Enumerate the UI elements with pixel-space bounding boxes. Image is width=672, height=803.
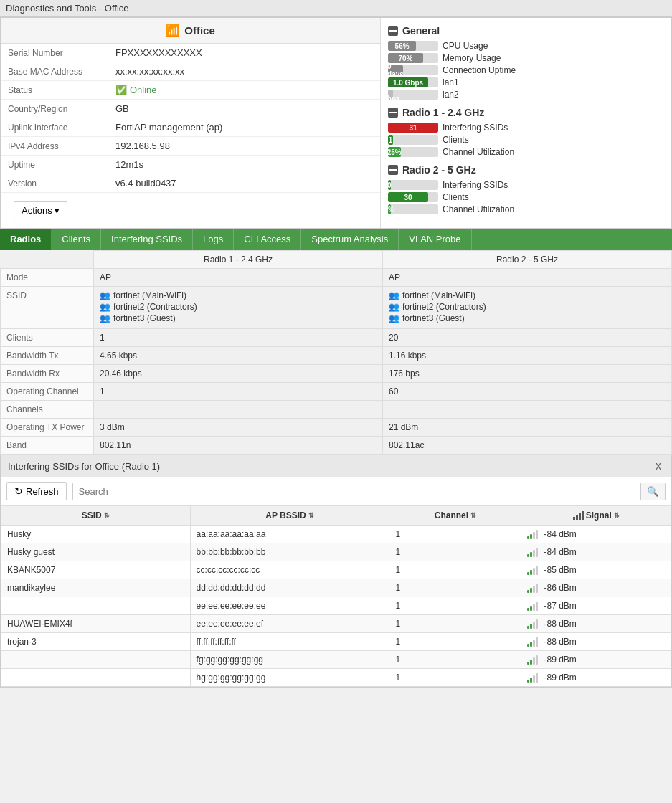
ssid-icon: 👥 bbox=[100, 302, 110, 312]
signal-value: -87 dBm bbox=[544, 601, 576, 611]
serial-value: FPXXXXXXXXXXXX bbox=[108, 44, 380, 62]
stat-bar-container: 56% bbox=[388, 41, 438, 51]
tab-logs[interactable]: Logs bbox=[193, 229, 234, 250]
bar2 bbox=[530, 606, 532, 611]
ssid-cell: mandikaylee bbox=[1, 579, 191, 597]
channel-cell: 1 bbox=[389, 526, 521, 543]
status-value: ✅ Online bbox=[108, 81, 380, 100]
tab-radios[interactable]: Radios bbox=[0, 229, 52, 250]
stat-row: 70% Memory Usage bbox=[388, 53, 664, 63]
bar3 bbox=[533, 568, 535, 575]
stat-bar: 56% bbox=[388, 41, 416, 51]
refresh-icon: ↻ bbox=[14, 485, 23, 497]
tab-cli[interactable]: CLI Access bbox=[234, 229, 301, 250]
row-val-2: 20 bbox=[383, 329, 672, 347]
signal-bars bbox=[527, 637, 538, 647]
stat-label: Clients bbox=[443, 192, 469, 202]
list-item: hg:gg:gg:gg:gg:gg1 -89 dBm bbox=[1, 669, 671, 687]
row-val-2: 802.11ac bbox=[383, 437, 672, 455]
refresh-button[interactable]: ↻ Refresh bbox=[6, 482, 67, 500]
stat-label: Memory Usage bbox=[443, 53, 501, 63]
ssid-icon: 👥 bbox=[389, 313, 399, 323]
table-row: Operating Channel160 bbox=[1, 383, 672, 401]
signal-cell: -84 dBm bbox=[521, 526, 671, 543]
title-bar: Diagnostics and Tools - Office bbox=[0, 0, 672, 17]
signal-bars bbox=[527, 583, 538, 593]
bar3 bbox=[533, 640, 535, 647]
tab-vlan[interactable]: VLAN Probe bbox=[399, 229, 471, 250]
signal-sort-icon[interactable]: ⇅ bbox=[614, 512, 620, 519]
table-row: ModeAPAP bbox=[1, 269, 672, 287]
bssid-cell: ee:ee:ee:ee:ee:ee bbox=[190, 597, 389, 615]
tab-spectrum[interactable]: Spectrum Analysis bbox=[301, 229, 399, 250]
list-item: Husky guestbb:bb:bb:bb:bb:bb1 -84 dBm bbox=[1, 543, 671, 561]
bssid-cell: cc:cc:cc:cc:cc:cc bbox=[190, 561, 389, 579]
ssid-name: fortinet (Main-WiFi) bbox=[402, 290, 475, 300]
ssid-item: 👥fortinet (Main-WiFi) bbox=[100, 290, 377, 300]
list-item: trojan-3ff:ff:ff:ff:ff:ff1 -88 dBm bbox=[1, 633, 671, 651]
ssid-icon: 👥 bbox=[100, 290, 110, 300]
right-panel: General 56% CPU Usage 70% Memory Usage 0… bbox=[381, 18, 671, 228]
row-val-1: 1 bbox=[94, 329, 383, 347]
bar2 bbox=[530, 624, 532, 629]
row-val-2: 176 bps bbox=[383, 365, 672, 383]
bssid-cell: ff:ff:ff:ff:ff:ff bbox=[190, 633, 389, 651]
signal-value: -84 dBm bbox=[544, 529, 576, 539]
collapse-radio2-icon[interactable] bbox=[388, 165, 398, 175]
radio2-title-text: Radio 2 - 5 GHz bbox=[402, 164, 476, 176]
stat-bar-container: 25% bbox=[388, 147, 438, 157]
stat-row: 1 Clients bbox=[388, 135, 664, 145]
interfering-toolbar: ↻ Refresh 🔍 bbox=[1, 477, 671, 505]
ssid-name: fortinet2 (Contractors) bbox=[113, 302, 197, 312]
bar2 bbox=[530, 570, 532, 575]
bssid-sort-icon[interactable]: ⇅ bbox=[308, 512, 314, 519]
list-item: mandikayleedd:dd:dd:dd:dd:dd1 -86 dBm bbox=[1, 579, 671, 597]
bar4 bbox=[536, 655, 538, 665]
table-row: Clients120 bbox=[1, 329, 672, 347]
tab-clients[interactable]: Clients bbox=[52, 229, 101, 250]
bar3 bbox=[533, 622, 535, 629]
signal-cell: -84 dBm bbox=[521, 543, 671, 561]
bar4 bbox=[536, 673, 538, 683]
search-input[interactable] bbox=[73, 483, 640, 500]
stat-bar-container: 0 bbox=[388, 180, 438, 190]
version-row: Version v6.4 build0437 bbox=[1, 174, 380, 193]
general-section-title: General bbox=[388, 25, 664, 37]
row-val-2: 1.16 kbps bbox=[383, 347, 672, 365]
search-container: 🔍 bbox=[72, 483, 666, 500]
bar2 bbox=[530, 642, 532, 647]
channel-cell: 1 bbox=[389, 651, 521, 669]
bar4 bbox=[536, 637, 538, 647]
row-label: Band bbox=[1, 437, 94, 455]
row-label: Channels bbox=[1, 401, 94, 419]
ssid-icon: 👥 bbox=[389, 290, 399, 300]
version-value: v6.4 build0437 bbox=[108, 174, 380, 193]
stat-bar: 31 bbox=[388, 123, 438, 133]
ipv4-label: IPv4 Address bbox=[1, 137, 108, 156]
collapse-radio1-icon[interactable] bbox=[388, 108, 398, 118]
collapse-general-icon[interactable] bbox=[388, 26, 398, 36]
stat-bar-container: 1.0 Gbps bbox=[388, 77, 438, 87]
device-info-table: Serial Number FPXXXXXXXXXXXX Base MAC Ad… bbox=[1, 44, 380, 193]
row-val-1: 802.11n bbox=[94, 437, 383, 455]
ipv4-value: 192.168.5.98 bbox=[108, 137, 380, 156]
actions-button[interactable]: Actions ▾ bbox=[14, 201, 67, 219]
close-button[interactable]: x bbox=[653, 460, 664, 472]
status-row: Status ✅ Online bbox=[1, 81, 380, 100]
search-button[interactable]: 🔍 bbox=[640, 483, 665, 500]
bar1 bbox=[527, 626, 529, 629]
stat-row: 25% Channel Utilization bbox=[388, 147, 664, 157]
bar4 bbox=[536, 602, 538, 611]
refresh-label: Refresh bbox=[26, 486, 59, 497]
row-label: Operating Channel bbox=[1, 383, 94, 401]
channel-cell: 1 bbox=[389, 633, 521, 651]
bssid-cell: dd:dd:dd:dd:dd:dd bbox=[190, 579, 389, 597]
tab-interfering[interactable]: Interfering SSIDs bbox=[101, 229, 193, 250]
status-text: Online bbox=[130, 85, 157, 95]
radio-table-container: Radio 1 - 2.4 GHz Radio 2 - 5 GHz ModeAP… bbox=[0, 250, 672, 455]
signal-bars bbox=[527, 673, 538, 683]
channel-sort-icon[interactable]: ⇅ bbox=[470, 512, 476, 519]
ssid-sort-icon[interactable]: ⇅ bbox=[104, 512, 110, 519]
ssid-item: 👥fortinet2 (Contractors) bbox=[389, 302, 666, 312]
row-val-1: 4.65 kbps bbox=[94, 347, 383, 365]
